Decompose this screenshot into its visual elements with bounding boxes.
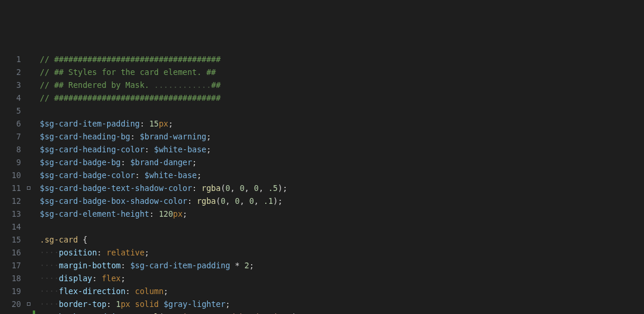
token: : bbox=[130, 132, 139, 141]
code-line[interactable]: ····margin-bottom: $sg-card-item-padding… bbox=[40, 259, 644, 272]
breakpoint-slot[interactable] bbox=[25, 169, 33, 182]
breakpoint-slot[interactable] bbox=[25, 310, 33, 314]
breakpoint-slot[interactable] bbox=[25, 220, 33, 233]
token: : bbox=[121, 261, 130, 270]
line-number: 19 bbox=[8, 285, 21, 298]
line-number-gutter: 1234567891011121314151617181920212223242… bbox=[0, 52, 25, 314]
breakpoint-slot[interactable] bbox=[25, 207, 33, 220]
code-line[interactable]: $sg-card-element-height: 120px; bbox=[40, 207, 644, 220]
token: , bbox=[254, 196, 263, 206]
code-line[interactable]: $sg-card-badge-box-shadow-color: rgba(0,… bbox=[40, 194, 644, 207]
token: display bbox=[59, 274, 93, 283]
token bbox=[130, 299, 135, 309]
code-line[interactable]: .sg-card { bbox=[40, 233, 644, 246]
token: .5 bbox=[268, 183, 278, 193]
token: $sg-card-item-padding bbox=[40, 119, 140, 128]
token: ; bbox=[183, 209, 187, 219]
breakpoint-slot[interactable] bbox=[25, 91, 33, 104]
code-line[interactable]: $sg-card-badge-bg: $brand-danger; bbox=[40, 156, 644, 169]
breakpoint-slot[interactable] bbox=[25, 156, 33, 169]
token: , bbox=[259, 183, 268, 193]
line-number: 4 bbox=[8, 91, 21, 104]
token: $brand-danger bbox=[130, 158, 192, 167]
breakpoint-slot[interactable] bbox=[25, 298, 33, 310]
line-number: 17 bbox=[8, 259, 21, 272]
line-number: 8 bbox=[8, 143, 21, 156]
code-line[interactable]: // ################################### bbox=[40, 53, 644, 66]
line-number: 20 bbox=[8, 298, 21, 310]
code-line[interactable] bbox=[40, 220, 644, 233]
breakpoint-slot[interactable] bbox=[25, 182, 33, 194]
breakpoint-slot[interactable] bbox=[25, 130, 33, 143]
code-line[interactable]: $sg-card-item-padding: 15px; bbox=[40, 117, 644, 130]
token: ···· bbox=[40, 261, 59, 270]
token: : bbox=[140, 119, 149, 128]
token: rgba bbox=[201, 183, 221, 193]
token: ; bbox=[121, 274, 125, 283]
token: px bbox=[121, 299, 130, 309]
breakpoint-slot[interactable] bbox=[25, 194, 33, 207]
token: column bbox=[135, 286, 164, 296]
token: , bbox=[230, 183, 239, 193]
breakpoint-slot[interactable] bbox=[25, 66, 33, 78]
breakpoint-slot[interactable] bbox=[25, 117, 33, 130]
breakpoint-slot[interactable] bbox=[25, 272, 33, 285]
token: : bbox=[192, 183, 201, 193]
token: 2 bbox=[245, 261, 249, 270]
token: $sg-card-badge-color bbox=[40, 170, 135, 180]
code-line[interactable]: ····border-top: 1px solid $gray-lighter; bbox=[40, 298, 644, 310]
token: $sg-card-badge-text-shadow-color bbox=[40, 183, 192, 193]
token: { bbox=[83, 235, 87, 244]
token: : bbox=[145, 145, 154, 154]
code-line[interactable]: $sg-card-badge-color: $white-base; bbox=[40, 169, 644, 182]
line-number: 11 bbox=[8, 182, 21, 194]
token: $sg-card-badge-box-shadow-color bbox=[40, 196, 187, 206]
breakpoint-slot[interactable] bbox=[25, 233, 33, 246]
breakpoint-slot[interactable] bbox=[25, 246, 33, 259]
token: $sg-card-heading-color bbox=[40, 145, 145, 154]
breakpoint-slot[interactable] bbox=[25, 53, 33, 66]
token: .1 bbox=[263, 196, 273, 206]
token: ## bbox=[211, 80, 221, 90]
marker-gutter bbox=[25, 52, 33, 314]
token: px bbox=[159, 119, 168, 128]
code-editor[interactable]: 1234567891011121314151617181920212223242… bbox=[0, 52, 644, 314]
code-line[interactable]: ····display: flex; bbox=[40, 272, 644, 285]
breakpoint-slot[interactable] bbox=[25, 259, 33, 272]
token bbox=[78, 235, 83, 244]
breakpoint-slot[interactable] bbox=[25, 104, 33, 117]
token: ( bbox=[216, 196, 221, 206]
token: // ################################### bbox=[40, 54, 221, 64]
code-line[interactable]: $sg-card-heading-color: $white-base; bbox=[40, 143, 644, 156]
token: 15 bbox=[149, 119, 159, 128]
line-number: 16 bbox=[8, 246, 21, 259]
token: ( bbox=[221, 183, 225, 193]
token: $sg-card-element-height bbox=[40, 209, 149, 219]
line-number: 5 bbox=[8, 104, 21, 117]
code-line[interactable]: ····background-image: url('../images/car… bbox=[40, 310, 644, 314]
line-number: 15 bbox=[8, 233, 21, 246]
code-area[interactable]: // ###################################//… bbox=[35, 52, 644, 314]
token: , bbox=[225, 196, 235, 206]
code-line[interactable]: // ## Rendered by Mask. ............## bbox=[40, 78, 644, 91]
token: // ## Styles for the card element. ## bbox=[40, 67, 216, 77]
token: px bbox=[173, 209, 183, 219]
token: $sg-card-badge-bg bbox=[40, 158, 121, 167]
code-line[interactable]: // ################################### bbox=[40, 91, 644, 104]
token: 0 bbox=[249, 196, 254, 206]
line-number: 1 bbox=[8, 53, 21, 66]
code-line[interactable]: $sg-card-heading-bg: $brand-warning; bbox=[40, 130, 644, 143]
breakpoint-slot[interactable] bbox=[25, 78, 33, 91]
token: : bbox=[92, 274, 101, 283]
breakpoint-slot[interactable] bbox=[25, 143, 33, 156]
breakpoint-slot[interactable] bbox=[25, 285, 33, 298]
code-line[interactable] bbox=[40, 104, 644, 117]
code-line[interactable]: $sg-card-badge-text-shadow-color: rgba(0… bbox=[40, 182, 644, 194]
code-line[interactable]: ····position: relative; bbox=[40, 246, 644, 259]
token: : bbox=[97, 248, 107, 257]
token: 0 bbox=[225, 183, 230, 193]
line-number: 9 bbox=[8, 156, 21, 169]
code-line[interactable]: // ## Styles for the card element. ## bbox=[40, 66, 644, 78]
token: // ## Rendered by Mask. bbox=[40, 80, 154, 90]
code-line[interactable]: ····flex-direction: column; bbox=[40, 285, 644, 298]
